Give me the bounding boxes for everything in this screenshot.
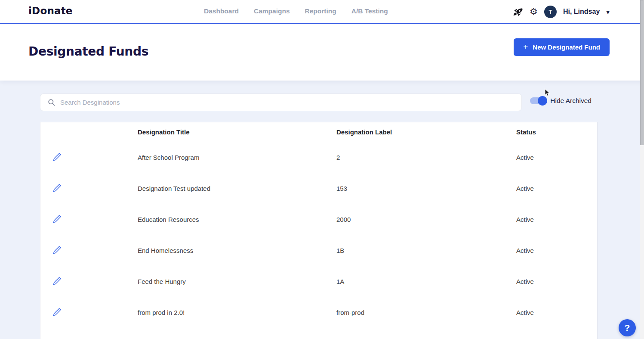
- nav-dashboard[interactable]: Dashboard: [204, 7, 239, 15]
- hide-archived-toggle[interactable]: [530, 97, 546, 104]
- scrollbar-thumb[interactable]: [640, 0, 644, 145]
- toggle-knob: [538, 96, 547, 106]
- gear-icon[interactable]: ⚙: [530, 7, 538, 16]
- designation-label-cell: 1B: [336, 247, 516, 254]
- table-row: from prod in 2.0! from-prod Active: [40, 297, 597, 328]
- nav-reporting[interactable]: Reporting: [305, 7, 336, 15]
- rocket-icon[interactable]: [513, 7, 523, 17]
- designation-status-cell: Active: [516, 247, 597, 254]
- user-greeting[interactable]: Hi, Lindsay: [563, 8, 600, 16]
- chevron-down-icon[interactable]: ▼: [606, 9, 610, 15]
- hide-archived-label: Hide Archived: [550, 97, 592, 105]
- designation-label-cell: 153: [336, 185, 516, 192]
- column-header-status: Status: [516, 128, 597, 136]
- avatar[interactable]: T: [544, 6, 557, 18]
- search-input[interactable]: [60, 99, 521, 106]
- edit-icon[interactable]: [53, 277, 61, 285]
- page-header: Designated Funds + New Designated Fund: [0, 24, 644, 81]
- top-nav-bar: iDonate Dashboard Campaigns Reporting A/…: [0, 0, 644, 24]
- designation-status-cell: Active: [516, 154, 597, 161]
- nav-ab-testing[interactable]: A/B Testing: [351, 7, 388, 15]
- edit-icon[interactable]: [53, 215, 61, 223]
- scrollbar-track[interactable]: [640, 0, 644, 339]
- edit-icon[interactable]: [53, 246, 61, 254]
- designation-label-cell: 1A: [336, 278, 516, 285]
- app-logo[interactable]: iDonate: [28, 5, 73, 16]
- main-nav: Dashboard Campaigns Reporting A/B Testin…: [204, 7, 388, 15]
- column-header-title: Designation Title: [138, 128, 336, 136]
- table-row: Feed the Hungry 1A Active: [40, 266, 597, 297]
- help-button[interactable]: ?: [619, 319, 636, 336]
- designation-status-cell: Active: [516, 216, 597, 223]
- edit-icon[interactable]: [53, 308, 61, 316]
- new-designated-fund-label: New Designated Fund: [533, 44, 600, 51]
- search-icon: [47, 98, 55, 106]
- designation-title-cell: Designation Test updated: [138, 185, 336, 192]
- table-header-row: Designation Title Designation Label Stat…: [40, 122, 597, 142]
- column-header-label: Designation Label: [336, 128, 516, 136]
- designation-title-cell: from prod in 2.0!: [138, 309, 336, 316]
- page-title: Designated Funds: [28, 44, 148, 58]
- designation-label-cell: 2: [336, 154, 516, 161]
- table-row: Designation Test updated 153 Active: [40, 173, 597, 204]
- designation-label-cell: 2000: [336, 216, 516, 223]
- table-row: End Homelessness 1B Active: [40, 235, 597, 266]
- table-row: Education Resources 2000 Active: [40, 204, 597, 235]
- designation-title-cell: After School Program: [138, 154, 336, 161]
- designated-funds-table: Designation Title Designation Label Stat…: [40, 122, 598, 339]
- plus-icon: +: [523, 43, 528, 51]
- designation-title-cell: Education Resources: [138, 216, 336, 223]
- main-content: Hide Archived Designation Title Designat…: [0, 81, 644, 339]
- designation-status-cell: Active: [516, 278, 597, 285]
- edit-icon[interactable]: [53, 153, 61, 161]
- nav-campaigns[interactable]: Campaigns: [254, 7, 290, 15]
- table-body: After School Program 2 Active Designatio…: [40, 142, 597, 328]
- designation-status-cell: Active: [516, 309, 597, 316]
- table-row: After School Program 2 Active: [40, 142, 597, 173]
- new-designated-fund-button[interactable]: + New Designated Fund: [514, 38, 610, 56]
- designation-status-cell: Active: [516, 185, 597, 192]
- designation-title-cell: End Homelessness: [138, 247, 336, 254]
- search-box: [40, 93, 522, 111]
- hide-archived-control: Hide Archived: [530, 97, 592, 105]
- designation-title-cell: Feed the Hungry: [138, 278, 336, 285]
- edit-icon[interactable]: [53, 184, 61, 192]
- designation-label-cell: from-prod: [336, 309, 516, 316]
- header-actions: ⚙ T Hi, Lindsay ▼: [513, 0, 610, 23]
